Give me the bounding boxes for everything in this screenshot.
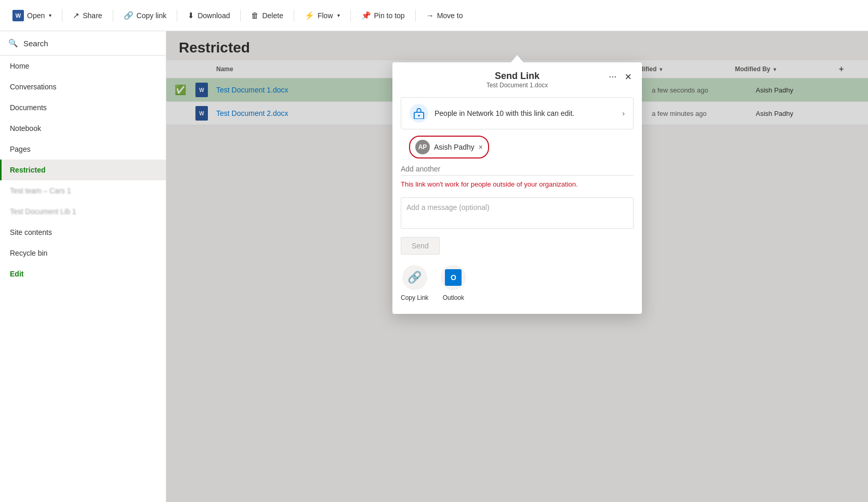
pages-label: Pages: [10, 145, 31, 153]
add-another-input[interactable]: [401, 163, 634, 176]
more-options-button[interactable]: ···: [607, 69, 619, 84]
sidebar-item-conversations[interactable]: Conversations: [0, 76, 166, 97]
svg-point-1: [418, 115, 420, 117]
copy-link-icon: 🔗: [407, 271, 422, 284]
main-area: 🔍 Search Home Conversations Documents No…: [0, 31, 868, 502]
flow-button[interactable]: ⚡ Flow ▾: [298, 8, 346, 23]
copy-link-circle: 🔗: [402, 265, 427, 290]
open-chevron-icon: ▾: [49, 12, 51, 18]
move-to-button[interactable]: → Move to: [420, 8, 469, 23]
sidebar-item-home[interactable]: Home: [0, 56, 166, 76]
share-button[interactable]: ↗ Share: [67, 8, 108, 23]
outlook-circle: O: [441, 265, 466, 290]
copy-link-label: Copy link: [137, 11, 167, 20]
sidebar-item-test-doc-lib[interactable]: Test Document Lib 1: [0, 201, 166, 222]
modal-bottom-actions: 🔗 Copy Link O Outlook: [401, 265, 634, 301]
sidebar: 🔍 Search Home Conversations Documents No…: [0, 31, 166, 502]
sidebar-item-notebook[interactable]: Notebook: [0, 118, 166, 139]
download-icon: ⬇: [188, 11, 194, 20]
flow-icon: ⚡: [305, 11, 314, 20]
copy-link-label: Copy Link: [401, 294, 428, 301]
move-to-label: Move to: [437, 11, 463, 20]
conversations-label: Conversations: [10, 83, 57, 91]
restricted-label: Restricted: [10, 166, 45, 174]
modal-caret: [511, 55, 523, 62]
permissions-row[interactable]: People in Network 10 with this link can …: [401, 97, 634, 129]
delete-icon: 🗑: [251, 11, 259, 20]
message-placeholder: Add a message (optional): [406, 203, 628, 212]
copy-link-action[interactable]: 🔗 Copy Link: [401, 265, 428, 301]
sidebar-item-site-contents[interactable]: Site contents: [0, 222, 166, 243]
recipient-avatar: AP: [415, 140, 430, 154]
sidebar-item-recycle-bin[interactable]: Recycle bin: [0, 243, 166, 263]
outlook-icon: O: [445, 269, 462, 286]
recipient-name: Asish Padhy: [434, 143, 475, 151]
open-label: Open: [27, 11, 45, 20]
sidebar-item-pages[interactable]: Pages: [0, 139, 166, 160]
pin-icon: 📌: [361, 11, 371, 20]
divider2: [113, 9, 113, 22]
recipient-chip: AP Asish Padhy ×: [409, 136, 489, 158]
copy-link-button[interactable]: 🔗 Copy link: [117, 8, 173, 23]
download-button[interactable]: ⬇ Download: [181, 8, 236, 23]
sidebar-item-restricted[interactable]: Restricted: [0, 160, 166, 180]
recipient-remove-button[interactable]: ×: [479, 143, 483, 151]
pin-to-top-button[interactable]: 📌 Pin to top: [355, 8, 411, 23]
recipient-chips-area: AP Asish Padhy ×: [401, 136, 634, 158]
close-modal-button[interactable]: ×: [623, 68, 634, 86]
permissions-chevron-icon: ›: [622, 109, 625, 117]
share-label: Share: [83, 11, 102, 20]
avatar-initials: AP: [418, 143, 427, 151]
open-button[interactable]: W Open ▾: [6, 7, 58, 24]
delete-label: Delete: [262, 11, 283, 20]
sidebar-item-test-team[interactable]: Test team – Cars 1: [0, 180, 166, 201]
modal-actions: ··· ×: [607, 68, 634, 86]
content-area: Restricted Name Modified ▾ Modified By ▾…: [166, 31, 868, 502]
test-doc-lib-label: Test Document Lib 1: [10, 207, 76, 216]
test-team-label: Test team – Cars 1: [10, 187, 71, 195]
divider6: [350, 9, 351, 22]
flow-chevron-icon: ▾: [337, 12, 340, 18]
sidebar-item-edit[interactable]: Edit: [0, 263, 166, 284]
send-button[interactable]: Send: [401, 237, 440, 255]
message-area[interactable]: Add a message (optional): [401, 197, 634, 229]
toolbar: W Open ▾ ↗ Share 🔗 Copy link ⬇ Download …: [0, 0, 868, 31]
flow-label: Flow: [318, 11, 333, 20]
search-icon: 🔍: [8, 38, 18, 48]
divider5: [294, 9, 294, 22]
share-icon: ↗: [73, 11, 80, 20]
outlook-action[interactable]: O Outlook: [441, 265, 466, 301]
home-label: Home: [10, 62, 29, 70]
recycle-bin-label: Recycle bin: [10, 249, 47, 257]
link-warning: This link won't work for people outside …: [401, 180, 634, 189]
modal-header: Send Link Test Document 1.docx ··· ×: [392, 62, 642, 91]
move-icon: →: [426, 11, 434, 20]
modal-title-block: Send Link Test Document 1.docx: [486, 71, 548, 89]
documents-label: Documents: [10, 103, 47, 112]
permissions-icon: [410, 104, 428, 123]
send-link-modal: Send Link Test Document 1.docx ··· ×: [392, 62, 642, 314]
delete-button[interactable]: 🗑 Delete: [245, 8, 289, 23]
sidebar-item-documents[interactable]: Documents: [0, 97, 166, 118]
copy-link-icon: 🔗: [124, 11, 134, 20]
search-button[interactable]: 🔍 Search: [0, 31, 166, 56]
site-contents-label: Site contents: [10, 228, 52, 236]
divider3: [177, 9, 177, 22]
download-label: Download: [198, 11, 230, 20]
divider: [62, 9, 62, 22]
search-label: Search: [23, 39, 48, 48]
notebook-label: Notebook: [10, 124, 41, 133]
divider4: [240, 9, 241, 22]
outlook-label: Outlook: [443, 294, 464, 301]
permissions-text: People in Network 10 with this link can …: [435, 109, 616, 117]
word-icon: W: [12, 10, 24, 21]
divider7: [415, 9, 416, 22]
modal-title: Send Link: [486, 71, 548, 82]
modal-backdrop: Send Link Test Document 1.docx ··· ×: [166, 31, 868, 502]
edit-label: Edit: [10, 270, 23, 278]
pin-to-top-label: Pin to top: [374, 11, 405, 20]
modal-subtitle: Test Document 1.docx: [486, 82, 548, 89]
